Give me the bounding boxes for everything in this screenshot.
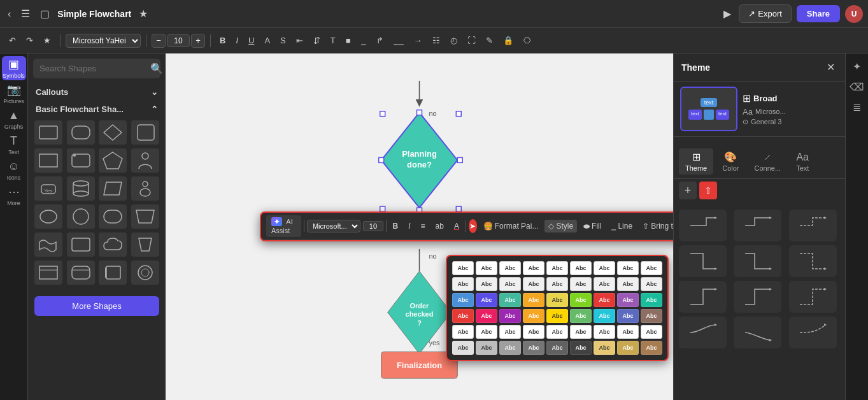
more-shapes-button[interactable]: More Shapes [34,296,159,316]
ft-font-select[interactable]: Microsoft... [307,220,360,232]
shape-ellipse[interactable] [34,204,62,229]
style-cell[interactable]: Abc [499,325,521,339]
style-cell[interactable]: Abc [452,309,474,323]
export-button[interactable]: ↗ Export [739,4,792,23]
connector-item[interactable] [789,281,837,313]
underline-button[interactable]: U [245,34,258,47]
style-cell[interactable]: Abc [594,325,615,339]
connector-item[interactable] [679,245,727,277]
line-color-button[interactable]: ⎯ [357,34,370,47]
tab-text[interactable]: Aa Text [790,149,815,175]
shape-person2[interactable] [131,176,159,201]
style-cell[interactable]: Abc [499,309,521,323]
sidebar-icons[interactable]: ☺ Icons [2,158,26,182]
grid-icon[interactable]: ≣ [848,98,866,116]
shape-rect[interactable] [34,120,62,145]
font-family-select[interactable]: Microsoft YaHei [66,34,141,48]
play-button[interactable]: ▶ [721,5,734,22]
share-button[interactable]: Share [797,5,840,22]
ft-bring-front[interactable]: ⇧ Bring to Fr... [639,220,673,232]
ft-align[interactable]: ≡ [417,220,429,232]
style-cell[interactable]: Abc [476,325,497,339]
style-cell[interactable]: Abc [617,325,639,339]
style-cell[interactable]: Abc [523,341,544,355]
style-cell[interactable]: Abc [594,309,615,323]
style-cell[interactable]: Abc [570,341,592,355]
style-cell[interactable]: Abc [594,261,615,275]
style-cell[interactable]: Abc [594,341,615,355]
share-toolbar-button[interactable]: ⎔ [520,34,534,47]
shape-circle2[interactable] [131,261,159,285]
tab-icon[interactable]: ▢ [38,5,52,22]
style-cell[interactable]: Abc [452,293,474,307]
style-cell[interactable]: Abc [570,293,592,307]
font-color-button[interactable]: A [260,34,274,47]
fill-color-button[interactable]: ■ [342,34,355,47]
connector-item[interactable] [789,317,837,348]
shape-diamond[interactable] [99,120,127,145]
shape-rounded-rect[interactable] [67,120,95,145]
style-cell[interactable]: Abc [617,341,639,355]
basic-flowchart-section[interactable]: Basic Flowchart Sha... ⌃ [28,101,166,118]
shape-wave[interactable] [34,232,62,257]
style-cell[interactable]: Abc [476,309,497,323]
shape-cup[interactable] [131,232,159,257]
lock-button[interactable]: 🔒 [499,34,517,47]
style-cell[interactable]: Abc [452,325,474,339]
connector-item[interactable] [679,317,727,348]
style-cell[interactable]: Abc [499,341,521,355]
edit-button[interactable]: ✎ [482,34,497,47]
magic-icon[interactable]: ✦ [848,57,866,75]
style-cell[interactable]: Abc [546,293,568,307]
strikethrough-button[interactable]: S [276,34,290,47]
search-input[interactable] [39,64,146,73]
connector-item[interactable] [734,245,781,277]
line-spacing-button[interactable]: ⇵ [309,34,324,47]
font-size-increase[interactable]: + [191,34,205,48]
undo-button[interactable]: ↶ [5,34,20,47]
shape-style-button[interactable]: ◴ [446,34,461,47]
shape-rect3[interactable] [67,148,95,173]
shape-trapezoid[interactable] [131,204,159,229]
style-cell[interactable]: Abc [452,277,474,291]
callouts-section[interactable]: Callouts ⌄ [28,83,166,101]
shape-cloud[interactable] [99,232,127,257]
favorite-icon[interactable]: ★ [136,5,150,22]
style-cell[interactable]: Abc [476,293,497,307]
shape-scroll[interactable] [131,120,159,145]
tab-connector[interactable]: ⟋ Conne... [748,149,788,175]
style-cell[interactable]: Abc [476,261,497,275]
shape-cylinder[interactable] [67,176,95,201]
style-cell[interactable]: Abc [570,261,592,275]
shape-rounded2[interactable] [99,204,127,229]
sidebar-pictures[interactable]: 📷 Pictures [2,82,26,106]
add-connector-button[interactable]: + [679,182,697,199]
ft-wrap[interactable]: ab [432,220,448,232]
connector-item[interactable] [734,317,781,348]
sidebar-more[interactable]: ⋯ More [2,183,26,208]
connector-item[interactable] [789,245,837,277]
style-cell[interactable]: Abc [641,325,662,339]
font-size-input[interactable] [167,34,190,47]
connector-item[interactable] [679,281,727,313]
shape-badge[interactable]: Yes [34,176,62,201]
style-cell[interactable]: Abc [641,309,662,323]
tab-theme[interactable]: ⊞ Theme [679,148,713,175]
back-button[interactable]: ‹ [5,6,13,22]
style-cell[interactable]: Abc [641,277,662,291]
shape-rect5[interactable] [34,261,62,285]
ft-line[interactable]: ⎯ Line [608,220,636,232]
text-style-button[interactable]: T [327,34,339,47]
right-panel-close[interactable]: ✕ [824,59,837,76]
style-cell[interactable]: Abc [476,277,497,291]
style-cell[interactable]: Abc [617,261,639,275]
tab-color[interactable]: 🎨 Color [716,148,745,175]
connector-item[interactable] [789,210,837,241]
panel-icon[interactable]: ⌫ [848,78,866,96]
style-cell[interactable]: Abc [546,277,568,291]
style-cell[interactable]: Abc [546,341,568,355]
shape-rect4[interactable] [67,232,95,257]
style-cell[interactable]: Abc [523,261,544,275]
sidebar-graphs[interactable]: ▲ Graphs [2,107,26,131]
waypoint-button[interactable]: ↱ [373,34,387,47]
